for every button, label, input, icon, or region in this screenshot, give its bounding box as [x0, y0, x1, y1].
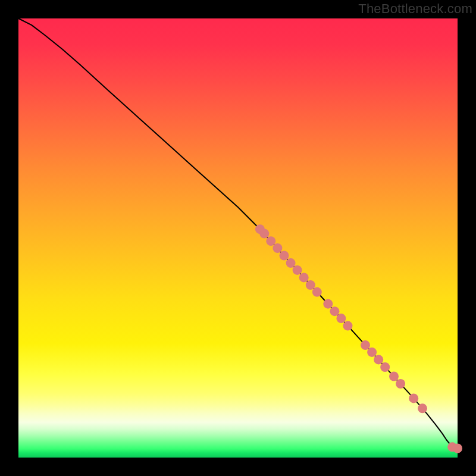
data-point	[380, 362, 390, 372]
plot-area	[18, 18, 458, 458]
data-point	[306, 280, 315, 290]
data-point	[374, 355, 383, 364]
attribution-text: TheBottleneck.com	[358, 1, 472, 17]
data-point	[396, 379, 405, 389]
data-point	[299, 273, 309, 282]
bottleneck-curve	[18, 18, 458, 449]
data-point	[361, 340, 370, 350]
data-point	[273, 243, 282, 253]
chart-svg	[18, 18, 458, 458]
data-point	[312, 287, 322, 297]
data-point	[367, 347, 377, 357]
data-point	[280, 251, 289, 261]
data-point	[453, 444, 462, 453]
data-point	[323, 299, 333, 309]
data-point	[418, 403, 427, 413]
data-point	[336, 314, 346, 323]
data-point	[286, 258, 296, 268]
data-point	[259, 229, 269, 239]
data-point	[409, 393, 418, 403]
data-point	[389, 372, 399, 381]
data-point	[266, 236, 275, 246]
data-point	[343, 321, 353, 331]
data-point	[293, 265, 302, 275]
chart-root: TheBottleneck.com	[0, 0, 476, 476]
data-point	[330, 306, 339, 316]
